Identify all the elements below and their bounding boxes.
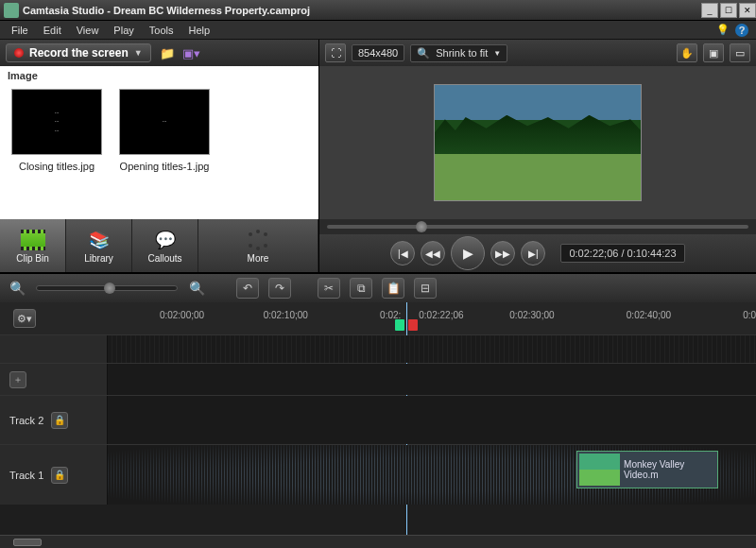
- tab-clip-bin[interactable]: Clip Bin: [0, 219, 66, 272]
- chevron-down-icon: ▼: [493, 49, 501, 58]
- library-icon: 📚: [86, 229, 112, 251]
- import-media-button[interactable]: 📁: [159, 45, 176, 60]
- track-label: Track 1: [9, 470, 43, 481]
- menu-file[interactable]: File: [4, 23, 36, 38]
- dimensions-field[interactable]: 854x480: [352, 44, 404, 61]
- ruler-tick: 0:02:22;06: [419, 310, 463, 320]
- video-frame: [434, 84, 642, 201]
- zoom-slider[interactable]: [36, 285, 178, 291]
- menu-play[interactable]: Play: [106, 23, 141, 38]
- timecode-display: 0:02:22;06 / 0:10:44:23: [560, 244, 684, 263]
- maximize-button[interactable]: ☐: [720, 3, 737, 18]
- timeline-clip[interactable]: Monkey Valley Video.m: [576, 451, 718, 488]
- timeline-ruler[interactable]: ⚙▾ 0:02:00;000:02:10;000:02:0:02:22;060:…: [0, 302, 756, 334]
- track-spacer: [0, 334, 756, 363]
- pan-button[interactable]: ✋: [677, 43, 697, 62]
- ruler-tick: 0:02:30;00: [509, 310, 554, 320]
- help-icon[interactable]: ?: [735, 24, 748, 37]
- scrollbar-thumb[interactable]: [13, 539, 42, 546]
- preview-canvas[interactable]: [319, 66, 756, 219]
- tool-tabs: Clip Bin 📚 Library 💬 Callouts More: [0, 219, 318, 272]
- clip-bin: Image ········· Closing titles.jpg ··· O…: [0, 66, 318, 219]
- timeline-settings-button[interactable]: ⚙▾: [13, 309, 36, 328]
- record-screen-button[interactable]: Record the screen ▼: [6, 43, 151, 62]
- menubar: File Edit View Play Tools Help 💡 ?: [0, 21, 756, 40]
- preview-toolbar: ⛶ 854x480 🔍Shrink to fit▼ ✋ ▣ ▭: [319, 40, 756, 66]
- thumbnail-label: Opening titles-1.jpg: [120, 161, 210, 172]
- thumbnail-image: ···: [119, 89, 210, 155]
- copy-button[interactable]: ⧉: [350, 278, 372, 299]
- playhead-handle[interactable]: [395, 319, 418, 333]
- tab-library[interactable]: 📚 Library: [66, 219, 132, 272]
- clip-label: Monkey Valley Video.m: [624, 459, 715, 480]
- menu-tools[interactable]: Tools: [142, 23, 181, 38]
- playback-controls: |◀ ◀◀ ▶ ▶▶ ▶| 0:02:22;06 / 0:10:44:23: [319, 234, 756, 272]
- window-title: Camtasia Studio - Dream BC Wilderness Pr…: [23, 5, 310, 16]
- prev-clip-button[interactable]: |◀: [390, 241, 415, 265]
- detach-button[interactable]: ▭: [730, 43, 750, 62]
- zoom-dropdown[interactable]: 🔍Shrink to fit▼: [410, 44, 507, 62]
- track-add-row: ＋: [0, 363, 756, 395]
- ruler-tick: 0:02:10;00: [264, 310, 308, 320]
- lock-icon[interactable]: 🔒: [51, 467, 68, 484]
- add-track-button[interactable]: ＋: [9, 371, 26, 388]
- import-dropdown-button[interactable]: ▣▾: [183, 45, 200, 60]
- editing-dimensions-button[interactable]: ⛶: [325, 43, 346, 62]
- fullscreen-button[interactable]: ▣: [703, 43, 724, 62]
- titlebar: Camtasia Studio - Dream BC Wilderness Pr…: [0, 0, 756, 21]
- ruler-tick: 0:00:: [743, 310, 756, 320]
- zoom-in-button[interactable]: 🔍: [187, 279, 206, 298]
- tab-more[interactable]: More: [198, 219, 318, 272]
- menu-edit[interactable]: Edit: [36, 23, 69, 38]
- rewind-button[interactable]: ◀◀: [421, 241, 445, 265]
- clipbin-icon: [21, 230, 45, 250]
- track-lane[interactable]: [108, 396, 756, 444]
- timeline-scrollbar[interactable]: [0, 535, 756, 548]
- split-button[interactable]: ⊟: [414, 278, 437, 299]
- app-icon: [4, 3, 19, 18]
- record-icon: [14, 48, 24, 58]
- left-toolbar: Record the screen ▼ 📁 ▣▾: [0, 40, 318, 66]
- clipbin-item[interactable]: ········· Closing titles.jpg: [9, 89, 104, 172]
- next-clip-button[interactable]: ▶|: [521, 241, 545, 265]
- paste-button[interactable]: 📋: [382, 278, 404, 299]
- zoom-out-button[interactable]: 🔍: [8, 279, 26, 298]
- timeline-tracks: ＋ Track 2🔒 Track 1🔒 Monkey Valley Video.…: [0, 334, 756, 535]
- thumbnail-label: Closing titles.jpg: [19, 161, 94, 172]
- lock-icon[interactable]: 🔒: [51, 412, 68, 429]
- chevron-down-icon: ▼: [134, 48, 143, 58]
- track-lane[interactable]: Monkey Valley Video.m: [108, 445, 756, 505]
- clip-thumbnail: [579, 454, 620, 486]
- tab-callouts[interactable]: 💬 Callouts: [132, 219, 198, 272]
- clipbin-item[interactable]: ··· Opening titles-1.jpg: [117, 89, 212, 172]
- ruler-tick: 0:02:: [380, 310, 401, 320]
- menu-help[interactable]: Help: [180, 23, 217, 38]
- timeline: 🔍 🔍 ↶ ↷ ✂ ⧉ 📋 ⊟ ⚙▾ 0:02:00;000:02:10;000…: [0, 272, 756, 548]
- forward-button[interactable]: ▶▶: [490, 241, 515, 265]
- left-pane: Record the screen ▼ 📁 ▣▾ Image ·········…: [0, 40, 319, 272]
- ruler-tick: 0:02:40;00: [627, 310, 671, 320]
- tips-icon[interactable]: 💡: [716, 24, 730, 37]
- track-2: Track 2🔒: [0, 395, 756, 444]
- menu-view[interactable]: View: [69, 23, 107, 38]
- search-icon: 🔍: [417, 47, 430, 60]
- more-icon: [248, 230, 268, 250]
- timeline-toolbar: 🔍 🔍 ↶ ↷ ✂ ⧉ 📋 ⊟: [0, 274, 756, 302]
- clipbin-header: Image: [0, 66, 318, 83]
- zoom-knob[interactable]: [104, 283, 115, 294]
- scrub-bar[interactable]: [319, 219, 756, 234]
- ruler-tick: 0:02:00;00: [160, 310, 204, 320]
- track-label: Track 2: [9, 415, 43, 426]
- redo-button[interactable]: ↷: [268, 278, 291, 299]
- track-1: Track 1🔒 Monkey Valley Video.m: [0, 444, 756, 505]
- scrub-knob[interactable]: [416, 221, 427, 232]
- close-button[interactable]: ✕: [739, 3, 756, 18]
- record-label: Record the screen: [29, 46, 129, 60]
- cut-button[interactable]: ✂: [318, 278, 340, 299]
- thumbnail-image: ·········: [11, 89, 102, 155]
- play-button[interactable]: ▶: [451, 236, 485, 270]
- minimize-button[interactable]: _: [701, 3, 718, 18]
- preview-pane: ⛶ 854x480 🔍Shrink to fit▼ ✋ ▣ ▭ |◀ ◀◀ ▶ …: [319, 40, 756, 272]
- undo-button[interactable]: ↶: [236, 278, 259, 299]
- callouts-icon: 💬: [152, 229, 179, 251]
